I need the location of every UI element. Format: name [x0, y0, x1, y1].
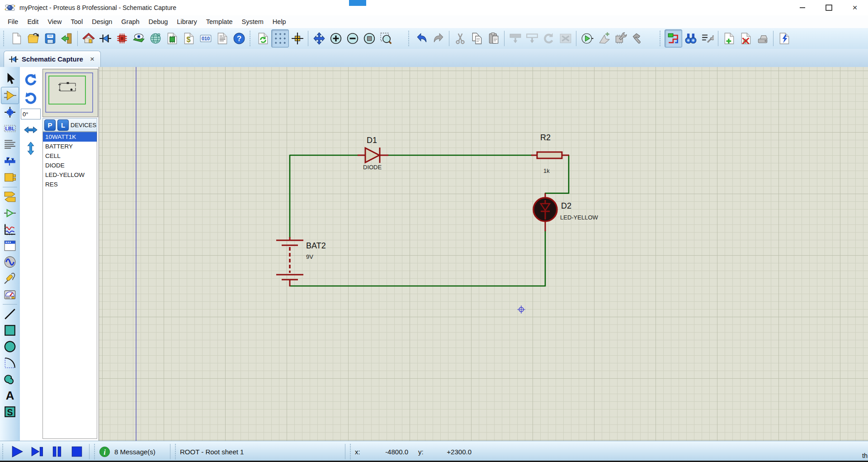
- new-sheet-button[interactable]: [721, 30, 737, 47]
- menu-item[interactable]: Edit: [23, 17, 43, 27]
- menu-item[interactable]: Graph: [117, 17, 144, 27]
- copy-button[interactable]: [468, 30, 485, 47]
- paste-button[interactable]: [485, 30, 502, 47]
- exit-to-parent-sheet-button[interactable]: [754, 30, 771, 47]
- simulation-play-button[interactable]: [7, 443, 27, 460]
- component-r2[interactable]: R2 1k: [531, 133, 569, 174]
- help-button[interactable]: ?: [231, 30, 247, 47]
- voltage-probe-mode-button[interactable]: [1, 270, 19, 286]
- menu-item[interactable]: System: [237, 17, 268, 27]
- wire-label-mode-button[interactable]: LBL: [1, 120, 19, 137]
- project-notes-button[interactable]: [214, 30, 231, 47]
- property-assignment-button[interactable]: [699, 30, 716, 47]
- rotate-clockwise-button[interactable]: [22, 71, 39, 88]
- pick-devices-button[interactable]: P: [44, 119, 56, 131]
- pcb-layout-button[interactable]: [113, 30, 130, 47]
- pan-button[interactable]: [311, 30, 327, 47]
- 2d-symbol-mode-button[interactable]: S: [1, 404, 19, 420]
- gerber-viewer-button[interactable]: [147, 30, 164, 47]
- origin-button[interactable]: [289, 30, 306, 47]
- subcircuit-mode-button[interactable]: [1, 169, 19, 186]
- device-list-item[interactable]: DIODE: [43, 161, 97, 170]
- grid-toggle-button[interactable]: [271, 29, 289, 48]
- menu-item[interactable]: Help: [268, 17, 291, 27]
- library-manager-button[interactable]: L: [57, 119, 69, 131]
- block-rotate-button[interactable]: [540, 30, 557, 47]
- 3d-visualizer-button[interactable]: [130, 30, 147, 47]
- simulation-stop-button[interactable]: [67, 443, 87, 460]
- toolbar-drag-handle[interactable]: [3, 31, 6, 46]
- text-script-mode-button[interactable]: [1, 137, 19, 153]
- component-mode-button[interactable]: [1, 87, 19, 104]
- device-list-item[interactable]: RES: [43, 180, 97, 189]
- block-copy-button[interactable]: [507, 30, 524, 47]
- menu-item[interactable]: Tool: [66, 17, 88, 27]
- cut-button[interactable]: [452, 30, 468, 47]
- flip-horizontal-button[interactable]: [22, 122, 39, 138]
- menu-item[interactable]: File: [3, 17, 23, 27]
- close-project-button[interactable]: [58, 30, 75, 47]
- simulation-step-button[interactable]: [27, 443, 47, 460]
- redo-button[interactable]: [430, 30, 447, 47]
- zoom-extents-button[interactable]: [361, 30, 377, 47]
- wire-autorouter-button[interactable]: [665, 29, 682, 48]
- rotate-anticlockwise-button[interactable]: [22, 90, 39, 106]
- schematic-canvas[interactable]: D1 DIODE R2 1k D2 LED-YELLOW: [99, 67, 868, 441]
- 2d-text-mode-button[interactable]: A: [1, 387, 19, 404]
- design-explorer-button[interactable]: [164, 30, 180, 47]
- terminals-mode-button[interactable]: [1, 189, 19, 205]
- open-project-button[interactable]: [25, 30, 42, 47]
- tab-close-icon[interactable]: ×: [90, 55, 94, 64]
- statusbar-drag-handle[interactable]: [350, 444, 353, 459]
- statusbar-drag-handle[interactable]: [175, 444, 178, 459]
- junction-dot-mode-button[interactable]: [1, 104, 19, 120]
- schematic-overview-map[interactable]: [42, 69, 98, 117]
- virtual-instruments-mode-button[interactable]: [1, 286, 19, 303]
- toolbar-drag-handle[interactable]: [250, 31, 252, 46]
- menu-item[interactable]: Design: [87, 17, 117, 27]
- undo-button[interactable]: [413, 30, 430, 47]
- message-status[interactable]: i 8 Message(s): [99, 446, 168, 457]
- flip-vertical-button[interactable]: [22, 140, 39, 157]
- device-list-item[interactable]: 10WATT1K: [43, 132, 97, 142]
- close-button[interactable]: ×: [842, 0, 868, 15]
- statusbar-drag-handle[interactable]: [2, 444, 5, 459]
- device-list-item[interactable]: CELL: [43, 151, 97, 161]
- schematic-capture-button[interactable]: [97, 30, 113, 47]
- redraw-button[interactable]: [255, 30, 271, 47]
- component-d2[interactable]: D2 LED-YELLOW: [533, 193, 599, 231]
- restore-button[interactable]: [816, 0, 842, 15]
- remove-sheet-button[interactable]: [737, 30, 754, 47]
- active-popup-mode-button[interactable]: [1, 238, 19, 254]
- decompose-button[interactable]: [629, 30, 646, 47]
- 2d-circle-mode-button[interactable]: [1, 338, 19, 355]
- block-delete-button[interactable]: [557, 30, 574, 47]
- block-move-button[interactable]: [524, 30, 540, 47]
- graph-mode-button[interactable]: [1, 221, 19, 238]
- selection-mode-button[interactable]: [1, 71, 19, 87]
- device-pins-mode-button[interactable]: [1, 205, 19, 221]
- zoom-in-button[interactable]: [327, 30, 344, 47]
- packaging-tool-button[interactable]: [612, 30, 629, 47]
- toolbar-drag-handle[interactable]: [660, 31, 662, 46]
- menu-item[interactable]: Template: [202, 17, 237, 27]
- pick-parts-button[interactable]: [579, 30, 595, 47]
- zoom-out-button[interactable]: [344, 30, 361, 47]
- menu-item[interactable]: Debug: [144, 17, 173, 27]
- 2d-arc-mode-button[interactable]: [1, 355, 19, 371]
- component-bat2[interactable]: BAT2 9V: [276, 237, 326, 286]
- search-tag-button[interactable]: [682, 30, 699, 47]
- save-project-button[interactable]: [42, 30, 58, 47]
- tab-schematic-capture[interactable]: Schematic Capture ×: [4, 51, 101, 67]
- component-d1[interactable]: D1 DIODE: [358, 136, 388, 171]
- menu-item[interactable]: View: [43, 17, 66, 27]
- bill-of-materials-button[interactable]: $: [180, 30, 197, 47]
- make-device-button[interactable]: [595, 30, 612, 47]
- statusbar-drag-handle[interactable]: [94, 444, 97, 459]
- generator-mode-button[interactable]: [1, 254, 19, 270]
- simulation-pause-button[interactable]: [47, 443, 67, 460]
- menu-item[interactable]: Library: [172, 17, 201, 27]
- buses-mode-button[interactable]: [1, 153, 19, 169]
- 2d-line-mode-button[interactable]: [1, 306, 19, 322]
- source-code-button[interactable]: 010: [197, 30, 214, 47]
